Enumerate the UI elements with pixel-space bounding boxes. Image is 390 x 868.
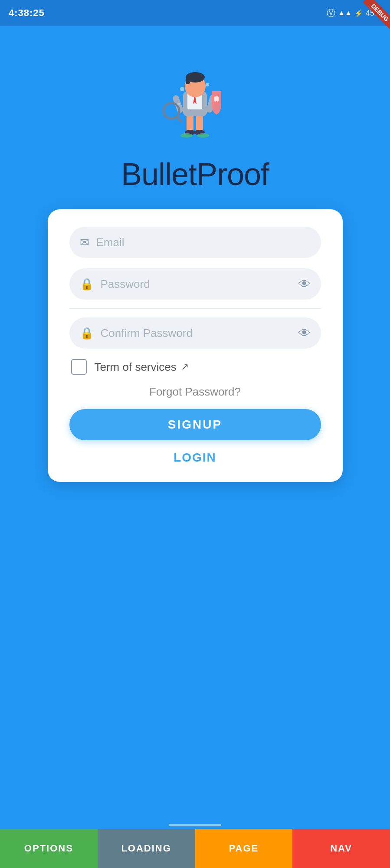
svg-point-20 xyxy=(197,133,209,138)
lock-icon: 🔒 xyxy=(80,277,94,291)
confirm-password-input-wrapper: 🔒 👁 xyxy=(69,317,321,349)
confirm-lock-icon: 🔒 xyxy=(80,327,94,340)
status-time: 4:38:25 xyxy=(9,7,45,19)
email-icon: ✉ xyxy=(80,236,89,249)
terms-row: Term of services ↗ xyxy=(69,359,321,375)
signup-button[interactable]: SIGNUP xyxy=(69,409,321,440)
email-input-wrapper: ✉ xyxy=(69,227,321,258)
debug-label: DEBUG xyxy=(363,0,390,30)
svg-point-17 xyxy=(206,83,209,86)
instagram-icon: Ⓥ xyxy=(327,7,335,19)
external-link-icon[interactable]: ↗ xyxy=(181,361,189,373)
svg-point-19 xyxy=(180,133,193,138)
login-card: ✉ 🔒 👁 🔒 👁 Term of services ↗ Forgot Pass xyxy=(48,209,343,482)
terms-label: Term of services ↗ xyxy=(95,360,189,374)
email-input[interactable] xyxy=(96,236,311,249)
confirm-password-eye-icon[interactable]: 👁 xyxy=(298,326,311,340)
nav-nav-button[interactable]: NAV xyxy=(292,829,390,868)
debug-ribbon: DEBUG xyxy=(355,0,390,35)
svg-rect-9 xyxy=(186,77,190,84)
confirm-password-input[interactable] xyxy=(101,327,292,340)
nav-loading-button[interactable]: LOADING xyxy=(98,829,195,868)
password-input-wrapper: 🔒 👁 xyxy=(69,268,321,300)
main-content: BulletProof ✉ 🔒 👁 🔒 👁 Term of services xyxy=(0,26,390,868)
terms-label-text: Term of services xyxy=(95,360,177,374)
signal-icon: ▲▲ xyxy=(338,9,352,17)
svg-point-18 xyxy=(177,103,180,106)
bottom-nav: OPTIONS LOADING PAGE NAV xyxy=(0,829,390,868)
login-link[interactable]: LOGIN xyxy=(69,451,321,465)
divider xyxy=(69,308,321,309)
status-bar: 4:38:25 Ⓥ ▲▲ ⚡ 45% xyxy=(0,0,390,26)
svg-rect-15 xyxy=(216,101,217,104)
password-input[interactable] xyxy=(101,277,292,291)
svg-point-16 xyxy=(180,87,184,91)
home-indicator xyxy=(169,824,221,826)
app-title: BulletProof xyxy=(121,156,269,192)
forgot-password-link[interactable]: Forgot Password? xyxy=(69,385,321,399)
nav-options-button[interactable]: OPTIONS xyxy=(0,829,98,868)
nav-page-button[interactable]: PAGE xyxy=(195,829,293,868)
svg-line-12 xyxy=(177,116,181,122)
app-illustration xyxy=(152,61,239,148)
terms-checkbox[interactable] xyxy=(71,359,87,375)
password-eye-icon[interactable]: 👁 xyxy=(298,277,311,291)
